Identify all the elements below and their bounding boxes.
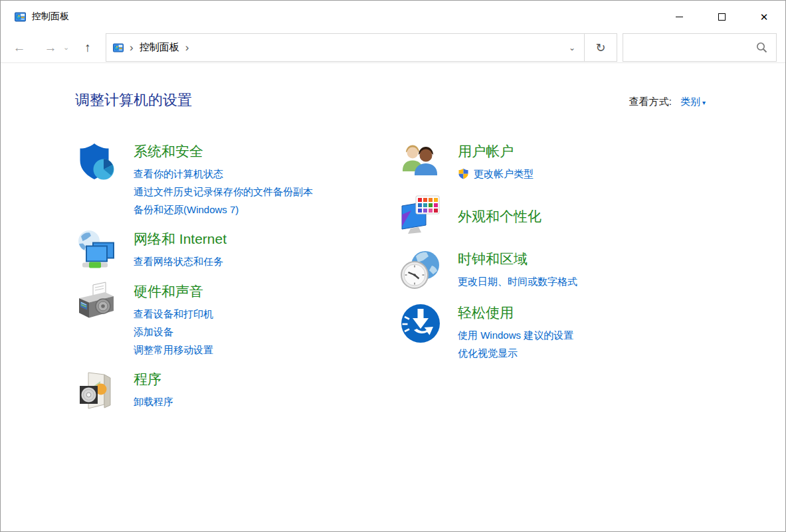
- category-text: 系统和安全 查看你的计算机状态 通过文件历史记录保存你的文件备份副本 备份和还原…: [134, 141, 313, 219]
- breadcrumb-separator-icon: ›: [124, 42, 140, 53]
- ease-of-access-icon[interactable]: [399, 302, 442, 345]
- programs-software-box-icon[interactable]: [75, 369, 118, 411]
- category-text: 网络和 Internet 查看网络状态和任务: [134, 228, 227, 271]
- control-panel-icon: [113, 43, 124, 53]
- search-icon[interactable]: [756, 42, 767, 53]
- maximize-button[interactable]: [700, 1, 743, 33]
- title-bar: 控制面板 ✕: [1, 1, 785, 33]
- category-appearance-personalization: 外观和个性化: [399, 195, 785, 237]
- category-title-ease-of-access[interactable]: 轻松使用: [458, 303, 573, 323]
- category-text: 程序 卸载程序: [134, 369, 173, 411]
- user-accounts-people-icon[interactable]: [399, 141, 442, 183]
- control-panel-window: 控制面板 ✕ ← → ⌄ ↑ › 控制面板 › ⌄ ↻: [0, 0, 786, 532]
- link-uninstall-program[interactable]: 卸载程序: [134, 393, 173, 410]
- category-title-network-internet[interactable]: 网络和 Internet: [134, 229, 227, 249]
- category-hardware-sound: 硬件和声音 查看设备和打印机 添加设备 调整常用移动设置: [75, 281, 399, 359]
- arrow-up-icon: ↑: [84, 41, 91, 55]
- minimize-button[interactable]: [658, 1, 700, 33]
- network-internet-icon[interactable]: [75, 228, 118, 271]
- system-security-shield-icon[interactable]: [75, 141, 118, 183]
- window-controls: ✕: [658, 1, 785, 33]
- search-box: [623, 33, 777, 62]
- control-panel-icon: [15, 11, 26, 23]
- view-by: 查看方式:类别▾: [629, 96, 706, 108]
- breadcrumb-separator-icon[interactable]: ›: [179, 42, 195, 53]
- page-title: 调整计算机的设置: [75, 90, 192, 110]
- link-view-devices-printers[interactable]: 查看设备和打印机: [134, 305, 213, 323]
- category-title-appearance-personalization[interactable]: 外观和个性化: [458, 207, 541, 226]
- category-title-user-accounts[interactable]: 用户帐户: [458, 141, 534, 161]
- close-icon: ✕: [760, 12, 769, 22]
- forward-button[interactable]: →: [41, 41, 60, 55]
- category-text: 轻松使用 使用 Windows 建议的设置 优化视觉显示: [458, 302, 573, 362]
- category-title-system-security[interactable]: 系统和安全: [134, 141, 313, 161]
- chevron-down-icon: ⌄: [63, 43, 69, 52]
- minimize-icon: [676, 17, 683, 17]
- link-add-device[interactable]: 添加设备: [134, 323, 213, 341]
- breadcrumb-control-panel[interactable]: 控制面板: [140, 41, 179, 54]
- link-windows-suggested-settings[interactable]: 使用 Windows 建议的设置: [458, 326, 573, 344]
- link-change-date-time-formats[interactable]: 更改日期、时间或数字格式: [458, 272, 577, 290]
- category-text: 硬件和声音 查看设备和打印机 添加设备 调整常用移动设置: [134, 281, 213, 359]
- up-button[interactable]: ↑: [78, 41, 98, 55]
- category-text: 用户帐户 更改帐户类型: [458, 141, 534, 183]
- appearance-personalization-icon[interactable]: [399, 195, 442, 237]
- category-clock-region: 时钟和区域 更改日期、时间或数字格式: [399, 248, 785, 291]
- view-by-dropdown[interactable]: 类别: [680, 96, 700, 107]
- address-dropdown-button[interactable]: ⌄: [560, 34, 584, 61]
- category-text: 外观和个性化: [458, 206, 541, 226]
- category-network-internet: 网络和 Internet 查看网络状态和任务: [75, 228, 399, 271]
- search-input[interactable]: [623, 42, 756, 53]
- recent-pages-button[interactable]: ⌄: [60, 43, 72, 52]
- view-by-label: 查看方式:: [629, 96, 672, 107]
- clock-region-icon[interactable]: [399, 248, 442, 291]
- category-title-programs[interactable]: 程序: [134, 369, 173, 389]
- link-view-computer-status[interactable]: 查看你的计算机状态: [134, 165, 313, 183]
- arrow-left-icon: ←: [13, 41, 26, 55]
- refresh-button[interactable]: ↻: [584, 33, 617, 62]
- category-text: 时钟和区域 更改日期、时间或数字格式: [458, 248, 577, 291]
- link-view-network-status[interactable]: 查看网络状态和任务: [134, 252, 227, 270]
- maximize-icon: [718, 13, 726, 21]
- close-button[interactable]: ✕: [743, 1, 785, 33]
- back-button[interactable]: ←: [9, 41, 29, 55]
- page-header: 调整计算机的设置 查看方式:类别▾: [75, 90, 706, 110]
- category-ease-of-access: 轻松使用 使用 Windows 建议的设置 优化视觉显示: [399, 302, 785, 362]
- category-list: 系统和安全 查看你的计算机状态 通过文件历史记录保存你的文件备份副本 备份和还原…: [75, 141, 785, 421]
- category-user-accounts: 用户帐户 更改帐户类型: [399, 141, 785, 183]
- link-adjust-mobility-settings[interactable]: 调整常用移动设置: [134, 341, 213, 359]
- uac-shield-icon: [458, 168, 469, 179]
- category-title-hardware-sound[interactable]: 硬件和声音: [134, 282, 213, 302]
- category-column-right: 用户帐户 更改帐户类型: [399, 141, 785, 421]
- category-system-security: 系统和安全 查看你的计算机状态 通过文件历史记录保存你的文件备份副本 备份和还原…: [75, 141, 399, 219]
- arrow-right-icon: →: [45, 41, 57, 55]
- link-change-account-type[interactable]: 更改帐户类型: [474, 165, 534, 183]
- category-column-left: 系统和安全 查看你的计算机状态 通过文件历史记录保存你的文件备份副本 备份和还原…: [75, 141, 399, 421]
- link-backup-restore-windows7[interactable]: 备份和还原(Windows 7): [134, 201, 313, 219]
- window-title: 控制面板: [32, 11, 69, 23]
- address-bar[interactable]: › 控制面板 › ⌄: [106, 33, 585, 62]
- caret-down-icon: ▾: [702, 99, 706, 106]
- navigation-bar: ← → ⌄ ↑ › 控制面板 › ⌄ ↻: [1, 33, 785, 63]
- category-title-clock-region[interactable]: 时钟和区域: [458, 249, 577, 269]
- link-optimize-visual-display[interactable]: 优化视觉显示: [458, 344, 573, 362]
- link-row: 更改帐户类型: [458, 165, 534, 183]
- link-file-history-backup[interactable]: 通过文件历史记录保存你的文件备份副本: [134, 183, 313, 201]
- chevron-down-icon: ⌄: [569, 43, 575, 52]
- refresh-icon: ↻: [595, 41, 605, 55]
- category-programs: 程序 卸载程序: [75, 369, 399, 411]
- hardware-sound-printer-icon[interactable]: [75, 281, 118, 323]
